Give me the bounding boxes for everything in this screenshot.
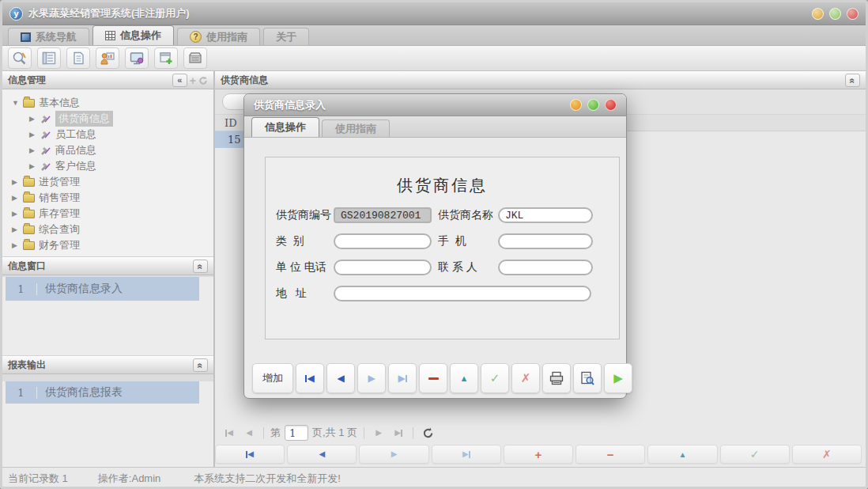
mobile-field[interactable] — [498, 233, 593, 249]
card-file-button[interactable] — [183, 47, 207, 69]
supplier-code-field[interactable] — [334, 207, 432, 223]
dialog-tab-info-operation[interactable]: 信息操作 — [251, 117, 319, 137]
next-icon: ▶ — [368, 373, 375, 383]
page-title: 供货商信息 — [221, 74, 268, 87]
list-item-supplier-entry[interactable]: 1 供货商信息录入 — [6, 277, 199, 301]
address-label: 地 址 — [276, 286, 334, 301]
tree-item-customer-info[interactable]: ▶ 客户信息 — [2, 158, 213, 174]
cancel-record-button[interactable]: ✗ — [792, 445, 862, 464]
print-button[interactable] — [542, 363, 571, 393]
next-page-button[interactable]: ▶ — [371, 425, 387, 441]
tree-item-employee-info[interactable]: ▶ 员工信息 — [2, 127, 213, 142]
add-icon[interactable]: + — [190, 74, 196, 87]
chevron-right-icon[interactable]: ▶ — [12, 194, 19, 202]
dialog-close-button[interactable] — [605, 99, 617, 111]
confirm-button[interactable]: ✓ — [481, 363, 509, 393]
first-record-button[interactable]: ◀ — [215, 445, 285, 464]
tree-item-purchase-mgmt[interactable]: ▶ 进货管理 — [2, 174, 213, 190]
card-file-icon — [187, 51, 203, 66]
tree-item-finance-mgmt[interactable]: ▶ 财务管理 — [2, 237, 213, 253]
category-field[interactable] — [334, 233, 432, 249]
page-prefix-label: 第 — [270, 426, 281, 440]
tree-item-inventory-mgmt[interactable]: ▶ 库存管理 — [2, 206, 213, 222]
main-toolbar — [2, 46, 866, 71]
app-logo-icon: y — [9, 7, 23, 21]
confirm-record-button[interactable]: ✓ — [720, 445, 790, 464]
form-title: 供货商信息 — [266, 175, 619, 196]
next-record-button[interactable]: ▶ — [357, 363, 386, 393]
monitor-button[interactable] — [125, 47, 149, 69]
chevron-right-icon[interactable]: ▶ — [29, 115, 36, 123]
next-record-button[interactable]: ▶ — [359, 445, 428, 464]
dialog-tab-user-guide[interactable]: 使用指南 — [322, 119, 390, 137]
dialog-minimize-button[interactable] — [570, 99, 582, 111]
user-report-button[interactable] — [96, 47, 119, 69]
tree-item-product-info[interactable]: ▶ 商品信息 — [2, 142, 213, 158]
page-number-input[interactable] — [285, 425, 308, 441]
collapse-sidebar-button[interactable]: « — [172, 74, 187, 87]
list-view-button[interactable] — [37, 47, 61, 69]
tree-item-supplier-info[interactable]: ▶ 供货商信息 — [2, 111, 213, 127]
supplier-name-field[interactable] — [498, 207, 593, 223]
collapse-panel-button[interactable]: « — [845, 74, 860, 87]
last-icon: ▶ — [462, 450, 470, 458]
tree-item-basic-info[interactable]: ▼ 基本信息 — [2, 95, 213, 111]
edit-record-button[interactable]: ▲ — [450, 363, 478, 393]
delete-record-button[interactable]: − — [576, 445, 645, 464]
tree-item-sales-mgmt[interactable]: ▶ 销售管理 — [2, 190, 213, 206]
window-add-button[interactable] — [154, 47, 178, 69]
chevron-right-icon[interactable]: ▶ — [12, 241, 19, 249]
dialog-maximize-button[interactable] — [587, 99, 599, 111]
address-field[interactable] — [334, 286, 591, 301]
tab-info-operation[interactable]: 信息操作 — [92, 25, 174, 45]
tools-icon — [40, 114, 51, 124]
chevron-right-icon[interactable]: ▶ — [12, 210, 19, 218]
last-record-button[interactable]: ▶ — [432, 445, 501, 464]
collapse-panel-button[interactable]: « — [193, 260, 208, 273]
edit-record-button[interactable]: ▲ — [647, 445, 717, 464]
list-view-icon — [41, 51, 57, 66]
previous-record-button[interactable]: ◀ — [326, 363, 355, 393]
close-button[interactable] — [847, 8, 859, 20]
chevron-right-icon[interactable]: ▶ — [12, 226, 19, 233]
phone-field[interactable] — [334, 260, 432, 275]
add-button[interactable]: 增加 — [252, 363, 293, 393]
add-record-button[interactable]: + — [504, 445, 573, 464]
chevron-right-icon[interactable]: ▶ — [29, 162, 36, 170]
tab-label: 关于 — [276, 30, 296, 44]
minimize-button[interactable] — [812, 8, 824, 20]
panel-title: 信息窗口 — [8, 260, 46, 273]
maximize-button[interactable] — [829, 8, 841, 20]
tab-about[interactable]: 关于 — [263, 28, 309, 45]
tools-icon — [40, 130, 51, 140]
last-record-button[interactable]: ▶ — [388, 363, 417, 393]
document-button[interactable] — [66, 47, 90, 69]
first-record-button[interactable]: ◀ — [296, 363, 324, 393]
refresh-icon[interactable] — [198, 76, 208, 85]
previous-record-button[interactable]: ◀ — [287, 445, 357, 464]
refresh-button[interactable] — [420, 425, 436, 441]
tab-user-guide[interactable]: ? 使用指南 — [177, 28, 260, 45]
chevron-right-icon[interactable]: ▶ — [12, 178, 19, 186]
chevron-down-icon[interactable]: ▼ — [12, 99, 19, 107]
cancel-button[interactable]: ✗ — [511, 363, 540, 393]
previous-page-button[interactable]: ◀ — [241, 425, 257, 441]
tab-label: 信息操作 — [265, 120, 306, 135]
tab-system-nav[interactable]: 系统导航 — [8, 28, 89, 45]
last-page-button[interactable]: ▶ — [391, 425, 406, 441]
delete-record-button[interactable] — [419, 363, 447, 393]
main-tab-bar: 系统导航 信息操作 ? 使用指南 关于 — [2, 25, 866, 46]
chevron-right-icon[interactable]: ▶ — [29, 131, 36, 138]
first-page-button[interactable]: ◀ — [221, 425, 237, 441]
run-button[interactable]: ▶ — [604, 363, 632, 393]
print-preview-button[interactable] — [573, 363, 602, 393]
tree-item-combined-query[interactable]: ▶ 综合查询 — [2, 222, 213, 237]
edit-icon: ▲ — [678, 450, 686, 459]
chevron-right-icon[interactable]: ▶ — [29, 146, 36, 154]
contact-field[interactable] — [498, 260, 593, 275]
tree-item-label: 综合查询 — [39, 222, 80, 237]
list-item-supplier-report[interactable]: 1 供货商信息报表 — [6, 381, 199, 404]
search-button[interactable] — [8, 47, 32, 69]
collapse-panel-button[interactable]: « — [193, 358, 208, 372]
printer-icon — [549, 371, 564, 385]
